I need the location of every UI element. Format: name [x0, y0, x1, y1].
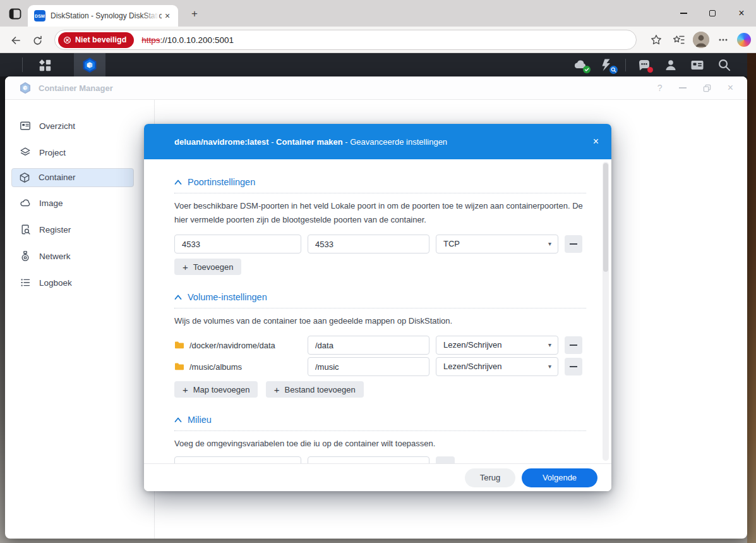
dialog-footer: Terug Volgende	[144, 463, 611, 491]
sidebar-item-label: Register	[39, 225, 71, 235]
main-menu-grid-icon	[38, 58, 52, 72]
folder-icon	[174, 362, 184, 371]
env-variable-input[interactable]	[174, 456, 301, 463]
security-badge-label: Niet beveiligd	[75, 35, 126, 44]
add-file-button[interactable]: +Bestand toevoegen	[266, 381, 364, 398]
collapse-caret-icon	[174, 294, 182, 300]
tab-close-icon[interactable]: ×	[162, 10, 173, 21]
sidebar-item-label: Overzicht	[39, 121, 75, 131]
remove-env-button[interactable]	[436, 456, 455, 463]
volume-row: /docker/navidrome/data Lezen/Schrijven▾	[174, 336, 586, 355]
browser-toolbar: Niet beveiligd https://10.0.10.200:5001	[0, 27, 756, 53]
main-menu-button[interactable]	[23, 53, 67, 76]
remove-port-button[interactable]	[565, 235, 582, 253]
favorites-list-icon[interactable]	[670, 31, 688, 49]
protocol-select[interactable]: TCP▾	[436, 235, 558, 253]
new-tab-button[interactable]: +	[187, 6, 202, 21]
dialog-close-icon[interactable]: ×	[593, 124, 599, 159]
local-port-input[interactable]	[174, 235, 301, 253]
url-scheme: https	[141, 35, 160, 45]
sidebar-item-logboek[interactable]: Logboek	[11, 272, 148, 293]
volume-host-path: /docker/navidrome/data	[174, 341, 301, 350]
sidebar-item-container[interactable]: Container	[11, 168, 134, 187]
window-close-button[interactable]: ×	[727, 0, 756, 27]
sidebar-item-label: Netwerk	[39, 252, 71, 261]
sidebar-item-project[interactable]: Project	[11, 142, 148, 163]
tab-workspaces-icon[interactable]	[8, 6, 23, 21]
image-cloud-icon	[20, 197, 31, 209]
sidebar-item-image[interactable]: Image	[11, 192, 148, 214]
security-badge[interactable]: Niet beveiligd	[58, 32, 134, 48]
env-value-input[interactable]	[308, 456, 429, 463]
permission-select[interactable]: Lezen/Schrijven▾	[436, 357, 558, 376]
browser-tab[interactable]: DSM DiskStation - Synology DiskStation ×	[28, 5, 178, 27]
project-icon	[20, 147, 31, 158]
profile-avatar[interactable]	[693, 32, 709, 48]
search-icon[interactable]	[716, 57, 732, 73]
add-folder-button[interactable]: +Map toevoegen	[174, 381, 258, 398]
remove-volume-button[interactable]	[565, 358, 582, 375]
copilot-icon[interactable]	[737, 33, 751, 47]
next-button[interactable]: Volgende	[522, 468, 597, 487]
dialog-header: deluan/navidrome:latest - Container make…	[144, 124, 611, 159]
cloud-ok-badge	[583, 66, 591, 73]
window-maximize-button[interactable]	[698, 0, 727, 27]
sidebar-item-overzicht[interactable]: Overzicht	[11, 115, 148, 137]
container-manager-taskbar-button[interactable]	[74, 53, 105, 76]
widgets-icon[interactable]	[689, 57, 705, 73]
environment-row	[174, 456, 586, 463]
app-sidebar: Overzicht Project Container Image Regist…	[5, 100, 155, 539]
volumes-section-title: Volume-instellingen	[188, 292, 267, 302]
add-file-label: Bestand toevoegen	[285, 385, 356, 394]
dialog-scrollbar-track[interactable]	[603, 162, 609, 461]
address-bar[interactable]: Niet beveiligd https://10.0.10.200:5001	[54, 30, 637, 50]
ports-section-header[interactable]: Poortinstellingen	[174, 177, 586, 187]
app-close-button[interactable]: ×	[728, 82, 733, 94]
app-help-button[interactable]: ?	[657, 83, 663, 93]
plus-icon: +	[274, 384, 280, 395]
container-icon	[19, 172, 30, 183]
back-button[interactable]: Terug	[465, 468, 515, 487]
tab-title-fade	[143, 5, 159, 27]
dialog-scrollbar-thumb[interactable]	[603, 163, 608, 272]
taskbar-status-icons	[572, 53, 732, 76]
environment-section-header[interactable]: Milieu	[174, 415, 586, 425]
app-title-bar: Container Manager ? ×	[5, 76, 747, 100]
chevron-down-icon: ▾	[548, 358, 551, 375]
container-port-input[interactable]	[308, 235, 429, 253]
favorite-star-icon[interactable]	[647, 31, 665, 49]
toolbar-right-icons	[647, 29, 751, 51]
dialog-title: deluan/navidrome:latest - Container make…	[174, 137, 447, 147]
permission-select[interactable]: Lezen/Schrijven▾	[436, 336, 558, 355]
window-minimize-button[interactable]	[669, 0, 698, 27]
volumes-section-header[interactable]: Volume-instellingen	[174, 292, 586, 302]
remove-volume-button[interactable]	[565, 336, 582, 354]
dsm-page: Container Manager ? × Overzicht	[0, 53, 756, 543]
protocol-value: TCP	[443, 239, 460, 248]
active-insight-icon[interactable]	[599, 57, 615, 73]
notifications-icon[interactable]	[636, 57, 652, 73]
taskbar-icon-divider	[625, 59, 626, 71]
back-icon[interactable]	[8, 32, 24, 49]
folder-icon	[174, 341, 184, 350]
ports-section-title: Poortinstellingen	[188, 177, 255, 187]
volumes-description: Wijs de volumes van de container toe aan…	[174, 314, 586, 328]
sidebar-item-netwerk[interactable]: Netwerk	[11, 245, 148, 267]
browser-menu-icon[interactable]	[714, 31, 732, 49]
app-minimize-button[interactable]	[679, 87, 687, 88]
port-row: TCP▾	[174, 235, 586, 253]
volume-host-path-label: /docker/navidrome/data	[189, 341, 275, 350]
desktop-wallpaper-right	[747, 53, 756, 543]
app-restore-button[interactable]	[703, 84, 711, 92]
url-text[interactable]: https://10.0.10.200:5001	[141, 35, 234, 45]
overview-icon	[20, 120, 31, 131]
sidebar-item-register[interactable]: Register	[11, 219, 148, 240]
user-icon[interactable]	[663, 57, 679, 73]
chevron-down-icon: ▾	[548, 235, 551, 253]
mount-path-input[interactable]	[308, 336, 429, 355]
add-port-button[interactable]: +Toevoegen	[174, 259, 241, 275]
mount-path-input[interactable]	[308, 357, 429, 376]
network-icon	[20, 250, 31, 262]
reload-icon[interactable]	[29, 32, 45, 49]
cloud-sync-icon[interactable]	[572, 57, 589, 73]
